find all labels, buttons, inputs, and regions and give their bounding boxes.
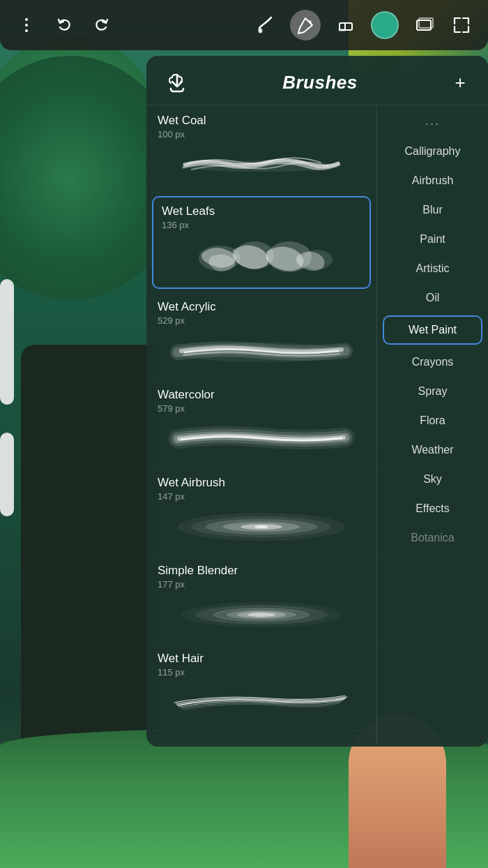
category-item-oil[interactable]: Oil (377, 283, 488, 313)
brush-size-watercolor: 579 px (158, 403, 365, 414)
brush-stroke-watercolor (158, 419, 365, 458)
category-item-wet-paint[interactable]: Wet Paint (383, 315, 482, 345)
category-item-spray[interactable]: Spray (377, 377, 488, 406)
paintbrush-icon[interactable] (252, 13, 277, 38)
toolbar (0, 0, 488, 50)
category-dots: ··· (377, 111, 488, 137)
brush-name-wet-hair: Wet Hair (158, 652, 365, 666)
brush-stroke-wet-coal (158, 145, 365, 184)
brush-item-wet-hair[interactable]: Wet Hair 115 px (146, 643, 376, 731)
category-item-artistic[interactable]: Artistic (377, 254, 488, 283)
brush-name-wet-leafs: Wet Leafs (162, 204, 361, 218)
panel-header: Brushes + (146, 56, 488, 105)
brush-stroke-wet-acrylic (158, 331, 365, 371)
download-icon[interactable] (163, 68, 191, 96)
brush-name-wet-acrylic: Wet Acrylic (158, 300, 365, 314)
more-options-icon[interactable] (14, 13, 39, 38)
brush-name-wet-coal: Wet Coal (158, 114, 365, 128)
brush-size-simple-blender: 177 px (158, 579, 365, 590)
svg-point-17 (254, 525, 268, 528)
brush-item-watercolor[interactable]: Watercolor 579 px (146, 380, 376, 467)
expand-icon[interactable] (449, 13, 474, 38)
toolbar-right (252, 10, 474, 40)
brush-name-watercolor: Watercolor (158, 388, 365, 402)
brush-size-wet-coal: 100 px (158, 129, 365, 140)
color-picker[interactable] (371, 11, 399, 39)
brush-item-wet-coal[interactable]: Wet Coal 100 px (146, 105, 376, 193)
category-item-effects[interactable]: Effects (377, 494, 488, 523)
panel-content: Wet Coal 100 px Wet Leafs 136 px (146, 105, 488, 746)
redo-icon[interactable] (89, 13, 114, 38)
brush-stroke-wet-leafs (162, 236, 361, 280)
pen-icon[interactable] (290, 10, 321, 40)
brush-size-wet-acrylic: 529 px (158, 315, 365, 326)
add-brush-button[interactable]: + (449, 71, 471, 93)
category-item-botanica[interactable]: Botanica (377, 523, 488, 553)
svg-point-0 (259, 29, 263, 33)
brush-size-wet-hair: 115 px (158, 667, 365, 678)
undo-icon[interactable] (52, 13, 77, 38)
brush-stroke-wet-hair (158, 683, 365, 722)
panel-title: Brushes (282, 72, 358, 93)
category-item-sky[interactable]: Sky (377, 465, 488, 494)
layers-icon[interactable] (411, 13, 436, 38)
category-item-weather[interactable]: Weather (377, 435, 488, 465)
brush-item-wet-airbrush[interactable]: Wet Airbrush 147 px (146, 467, 376, 555)
brush-name-simple-blender: Simple Blender (158, 564, 365, 578)
brush-size-wet-airbrush: 147 px (158, 491, 365, 502)
toolbar-left (14, 13, 114, 38)
category-item-paint[interactable]: Paint (377, 225, 488, 254)
category-list: ··· Calligraphy Airbrush Blur Paint Arti… (376, 105, 488, 746)
brush-stroke-simple-blender (158, 595, 365, 634)
category-item-crayons[interactable]: Crayons (377, 347, 488, 377)
brush-stroke-wet-airbrush (158, 507, 365, 546)
category-item-flora[interactable]: Flora (377, 406, 488, 435)
brush-item-wet-acrylic[interactable]: Wet Acrylic 529 px (146, 292, 376, 380)
brush-item-wet-leafs[interactable]: Wet Leafs 136 px (152, 196, 371, 289)
svg-point-23 (247, 613, 275, 617)
bg-tree (21, 345, 160, 763)
category-item-airbrush[interactable]: Airbrush (377, 166, 488, 195)
brush-item-simple-blender[interactable]: Simple Blender 177 px (146, 555, 376, 643)
size-slider[interactable] (0, 279, 14, 405)
brush-size-wet-leafs: 136 px (162, 220, 361, 230)
brush-list: Wet Coal 100 px Wet Leafs 136 px (146, 105, 376, 746)
eraser-icon[interactable] (333, 13, 358, 38)
category-item-calligraphy[interactable]: Calligraphy (377, 137, 488, 166)
brush-name-wet-airbrush: Wet Airbrush (158, 476, 365, 490)
opacity-slider[interactable] (0, 433, 14, 516)
brush-panel: Brushes + Wet Coal 100 px (146, 56, 488, 747)
category-item-blur[interactable]: Blur (377, 195, 488, 225)
